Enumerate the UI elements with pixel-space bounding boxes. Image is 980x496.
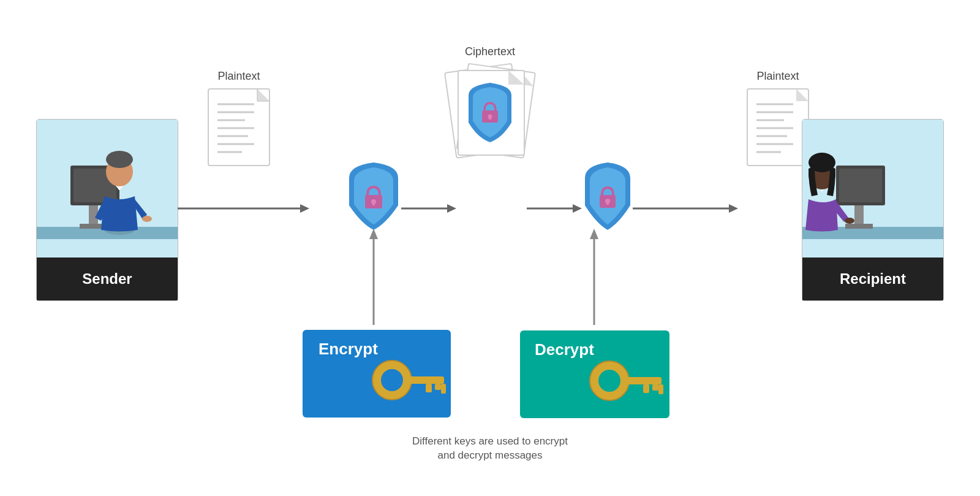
- encrypt-label: Encrypt: [318, 340, 378, 358]
- svg-marker-45: [729, 204, 738, 213]
- svg-rect-73: [404, 376, 444, 384]
- svg-marker-29: [447, 204, 456, 213]
- svg-rect-59: [845, 224, 873, 229]
- caption-line1: Different keys are used to encrypt: [412, 435, 568, 447]
- svg-rect-38: [489, 116, 491, 120]
- recipient-label: Recipient: [840, 270, 906, 287]
- svg-rect-75: [435, 384, 441, 390]
- svg-rect-61: [839, 169, 882, 202]
- svg-rect-76: [441, 384, 446, 394]
- svg-rect-82: [652, 384, 658, 391]
- svg-rect-27: [372, 202, 375, 205]
- caption-line2: and decrypt messages: [437, 449, 542, 461]
- svg-rect-74: [426, 384, 432, 392]
- svg-rect-58: [854, 205, 864, 227]
- plaintext-right-label: Plaintext: [756, 70, 799, 82]
- svg-rect-81: [643, 384, 649, 393]
- svg-marker-24: [300, 204, 309, 213]
- diagram-container: Sender Plaintext Ciphertext: [0, 0, 980, 496]
- svg-rect-80: [622, 377, 662, 384]
- svg-rect-83: [658, 384, 663, 394]
- svg-point-79: [598, 370, 620, 392]
- svg-marker-67: [369, 229, 378, 239]
- svg-marker-69: [590, 229, 598, 239]
- decrypt-label: Decrypt: [535, 340, 594, 359]
- ciphertext-label: Ciphertext: [465, 45, 515, 58]
- svg-point-9: [106, 151, 133, 168]
- sender-label: Sender: [82, 270, 132, 287]
- svg-point-72: [381, 369, 403, 391]
- svg-point-63: [809, 153, 835, 172]
- svg-point-10: [142, 216, 152, 222]
- svg-marker-40: [573, 204, 582, 213]
- plaintext-left-label: Plaintext: [217, 70, 260, 82]
- svg-point-64: [845, 218, 854, 224]
- svg-rect-43: [606, 201, 609, 205]
